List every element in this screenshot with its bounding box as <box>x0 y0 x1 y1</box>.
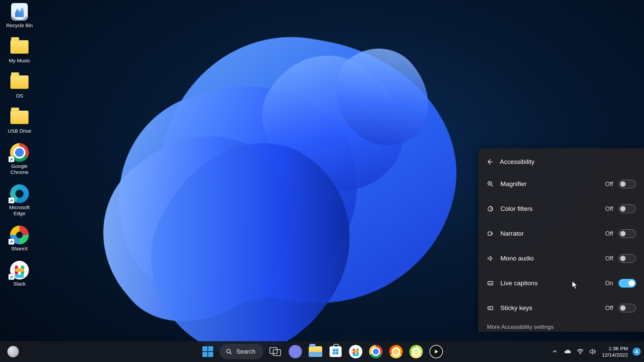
search-icon <box>225 348 232 355</box>
svg-rect-17 <box>336 352 338 355</box>
taskbar-app-chrome-canary[interactable] <box>388 343 405 360</box>
svg-rect-10 <box>208 352 213 357</box>
search-box[interactable]: Search <box>219 344 263 359</box>
desktop-icon-label: Recycle Bin <box>6 22 33 28</box>
svg-rect-3 <box>488 282 493 285</box>
desktop-icon-recycle-bin[interactable]: Recycle Bin <box>3 3 36 28</box>
toggle-label: Magnifier <box>500 180 527 188</box>
desktop-icon-sharex[interactable]: ShareX <box>3 226 36 252</box>
toggle-switch[interactable] <box>619 304 636 312</box>
toggle-switch[interactable] <box>619 204 636 213</box>
search-placeholder: Search <box>236 348 255 355</box>
folder-icon <box>10 111 29 124</box>
desktop-icon-label: Google Chrome <box>10 163 28 175</box>
clock-date: 12/14/2022 <box>602 352 628 358</box>
windows-logo-icon <box>202 346 213 357</box>
volume-icon <box>589 348 597 355</box>
weather-widget[interactable] <box>5 343 21 360</box>
microsoft-store-icon <box>330 346 342 357</box>
tray-wifi[interactable] <box>576 348 584 356</box>
back-button[interactable] <box>486 158 494 166</box>
desktop-icon-label: USB Drive <box>8 128 31 134</box>
toggle-switch[interactable] <box>619 279 636 288</box>
start-button[interactable] <box>199 343 216 360</box>
svg-rect-5 <box>489 308 490 309</box>
toggle-row-live-captions[interactable]: Live captions On <box>480 271 643 296</box>
toggle-state-text: Off <box>605 205 613 213</box>
taskbar-app-file-explorer[interactable] <box>307 343 324 360</box>
desktop-icon-google-chrome[interactable]: Google Chrome <box>3 143 36 175</box>
svg-point-11 <box>226 349 230 353</box>
toggle-row-sticky-keys[interactable]: Sticky keys Off <box>480 296 643 320</box>
desktop-icon-my-music[interactable]: My Music <box>3 38 36 64</box>
taskbar-right: 1:36 PM 12/14/2022 4 <box>551 345 644 358</box>
panel-title: Accessibility <box>500 158 534 166</box>
taskbar-app-chrome-dev[interactable] <box>408 343 425 360</box>
toggle-row-color-filters[interactable]: Color filters Off <box>480 196 643 221</box>
recycle-bin-icon <box>11 3 28 20</box>
live-captions-icon <box>486 280 494 287</box>
toggle-label: Color filters <box>500 205 533 213</box>
toggle-state-text: Off <box>605 230 613 237</box>
desktop-icon-label: Slack <box>13 281 26 287</box>
toggle-label: Mono audio <box>500 255 534 262</box>
svg-rect-2 <box>488 232 491 235</box>
mono-audio-icon <box>486 255 494 262</box>
svg-rect-15 <box>336 349 338 352</box>
teams-icon <box>289 345 302 358</box>
magnifier-icon <box>486 181 494 187</box>
toggle-switch[interactable] <box>619 180 636 188</box>
toggle-switch[interactable] <box>619 229 636 238</box>
taskbar-app-media[interactable] <box>428 343 445 360</box>
toggle-label: Narrator <box>500 230 524 237</box>
toggle-row-mono-audio[interactable]: Mono audio Off <box>480 246 643 271</box>
toggle-row-narrator[interactable]: Narrator Off <box>480 221 643 246</box>
task-view-button[interactable] <box>267 343 284 360</box>
taskbar-app-chrome[interactable] <box>368 343 384 360</box>
notification-center-button[interactable]: 4 <box>633 348 641 356</box>
color-filters-icon <box>486 205 494 212</box>
shortcut-badge-icon <box>8 197 14 203</box>
tray-onedrive[interactable] <box>564 348 572 356</box>
panel-header: Accessibility <box>480 154 643 170</box>
toggle-state-text: Off <box>605 181 613 188</box>
toggle-state-text: On <box>605 280 613 287</box>
toggle-label: Live captions <box>500 280 538 287</box>
desktop-icon-microsoft-edge[interactable]: Microsoft Edge <box>3 185 36 217</box>
desktop-icon-slack[interactable]: Slack <box>3 261 36 287</box>
taskbar-app-slack[interactable] <box>347 343 364 360</box>
svg-rect-6 <box>490 308 491 309</box>
more-accessibility-settings-link[interactable]: More Accessibility settings <box>480 320 643 330</box>
taskbar-center: Search <box>199 343 444 360</box>
taskbar-app-teams[interactable] <box>287 343 304 360</box>
toggle-row-magnifier[interactable]: Magnifier Off <box>480 172 643 196</box>
desktop-icon-label: OS <box>16 93 23 99</box>
desktop-icon-label: Microsoft Edge <box>9 204 30 217</box>
desktop-icon-usb-drive[interactable]: USB Drive <box>3 108 36 134</box>
sticky-keys-icon <box>486 305 494 311</box>
folder-icon <box>10 40 29 54</box>
desktop-icon-os[interactable]: OS <box>3 73 36 99</box>
weather-icon <box>7 346 19 357</box>
shortcut-badge-icon <box>8 239 14 245</box>
tray-volume[interactable] <box>589 348 597 356</box>
taskbar-app-microsoft-store[interactable] <box>327 343 344 360</box>
shortcut-badge-icon <box>8 274 14 280</box>
tray-overflow-button[interactable] <box>551 348 559 356</box>
desktop-icon-label: My Music <box>9 58 30 64</box>
toggle-label: Sticky keys <box>500 304 532 312</box>
notification-count: 4 <box>635 349 638 354</box>
toggle-switch[interactable] <box>619 254 636 263</box>
svg-point-18 <box>580 353 581 354</box>
shortcut-badge-icon <box>8 156 14 162</box>
chrome-canary-icon <box>389 345 403 358</box>
taskbar: Search 1:36 PM 12/14/2022 4 <box>0 341 644 362</box>
svg-rect-9 <box>202 352 207 357</box>
clock-time: 1:36 PM <box>602 345 628 352</box>
svg-rect-7 <box>202 346 207 351</box>
taskbar-clock[interactable]: 1:36 PM 12/14/2022 <box>602 345 628 358</box>
accessibility-panel: Accessibility Magnifier Off Color filter… <box>478 148 644 332</box>
task-view-icon <box>269 347 281 356</box>
narrator-icon <box>486 230 494 237</box>
chrome-dev-icon <box>410 345 423 358</box>
